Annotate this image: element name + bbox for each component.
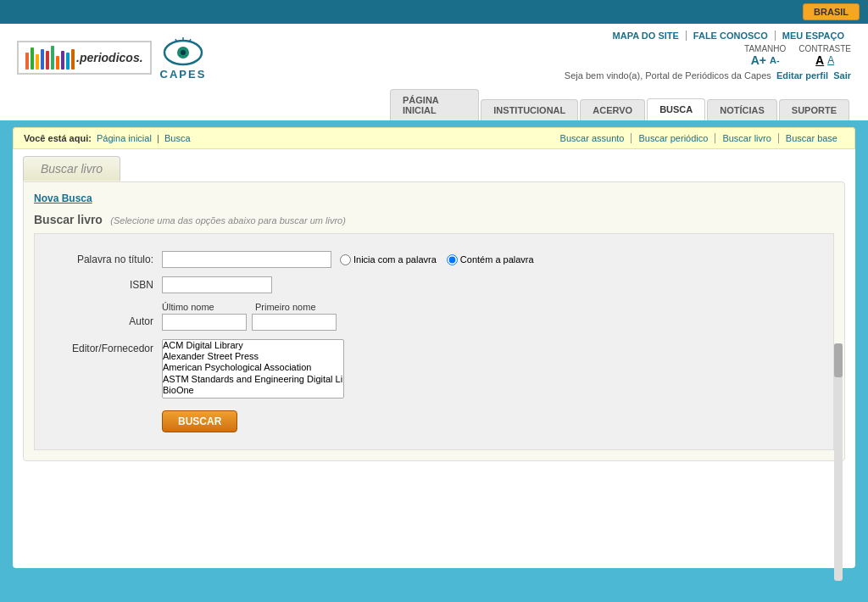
size-section: TAMANHO A+ A- — [744, 44, 786, 67]
stripe-9 — [66, 53, 70, 70]
main-nav: PÁGINA INICIAL INSTITUCIONAL ACERVO BUSC… — [17, 89, 851, 120]
capes-eye-icon — [162, 34, 204, 68]
nav-fale-conosco[interactable]: FALE CONOSCO — [687, 31, 776, 41]
tab-noticias[interactable]: NOTÍCIAS — [707, 99, 777, 120]
stripe-10 — [71, 49, 75, 70]
inner-content: Você está aqui: Página inicial | Busca B… — [13, 127, 855, 568]
editor-select[interactable]: ACM Digital Library Alexander Street Pre… — [162, 339, 344, 399]
contrast-dark[interactable]: A — [815, 53, 824, 67]
content-wrapper: Você está aqui: Página inicial | Busca B… — [0, 120, 868, 575]
logo-stripes — [25, 46, 75, 70]
buscar-button[interactable]: BUSCAR — [162, 410, 237, 432]
tamanho-label: TAMANHO — [744, 44, 786, 53]
nova-busca-link[interactable]: Nova Busca — [34, 192, 834, 204]
tab-pagina-inicial[interactable]: PÁGINA INICIAL — [390, 89, 479, 120]
periodicos-logo: .periodicos. — [17, 41, 152, 75]
editor-option-2[interactable]: American Psychological Association — [163, 362, 343, 373]
header: .periodicos. CAPES MAPA DO SITE — [0, 24, 868, 120]
buscar-assunto-link[interactable]: Buscar assunto — [554, 133, 632, 143]
editor-row: Editor/Fornecedor ACM Digital Library Al… — [52, 339, 816, 399]
capes-text: CAPES — [160, 68, 207, 81]
breadcrumb-separator: | — [157, 133, 159, 143]
ultimo-nome-input[interactable] — [162, 314, 247, 331]
page-tab-title: Buscar livro — [23, 156, 120, 181]
welcome-text: Seja bem vindo(a), Portal de Periódicos … — [565, 70, 771, 81]
top-nav-links: MAPA DO SITE FALE CONOSCO MEU ESPAÇO — [606, 31, 851, 41]
form-main-title: Buscar livro — [34, 213, 103, 226]
editor-label: Editor/Fornecedor — [52, 339, 153, 354]
primeiro-nome-label: Primeiro nome — [255, 302, 340, 312]
stripe-5 — [46, 51, 49, 70]
form-area: Nova Busca Buscar livro (Selecione uma d… — [23, 181, 845, 461]
header-top: .periodicos. CAPES MAPA DO SITE — [17, 31, 851, 89]
form-subtitle: (Selecione uma das opções abaixo para bu… — [110, 215, 346, 226]
breadcrumb-current[interactable]: Busca — [164, 133, 191, 143]
stripe-6 — [51, 46, 54, 70]
contraste-label: CONTRASTE — [798, 44, 851, 53]
palavra-titulo-label: Palavra no título: — [52, 254, 153, 265]
buscar-base-link[interactable]: Buscar base — [779, 133, 844, 143]
contrast-buttons: A A — [815, 53, 834, 67]
scroll-thumb[interactable] — [834, 343, 843, 377]
welcome-bar: Seja bem vindo(a), Portal de Periódicos … — [565, 70, 851, 84]
ultimo-nome-label: Último nome — [162, 302, 247, 312]
stripe-7 — [56, 56, 59, 70]
logo-area: .periodicos. CAPES — [17, 34, 206, 81]
isbn-row: ISBN — [52, 276, 816, 293]
svg-point-2 — [181, 50, 186, 55]
brasil-button[interactable]: BRASIL — [803, 3, 860, 20]
stripe-2 — [31, 47, 34, 70]
radio-inicia-input[interactable] — [340, 254, 351, 265]
radio-contem[interactable]: Contém a palavra — [447, 254, 534, 265]
tab-busca[interactable]: BUSCA — [647, 98, 705, 120]
editor-option-3[interactable]: ASTM Standards and Engineering Digital L… — [163, 374, 343, 385]
stripe-1 — [25, 53, 29, 70]
buscar-periodico-link[interactable]: Buscar periódico — [632, 133, 715, 143]
editar-perfil-link[interactable]: Editar perfil — [776, 70, 828, 81]
capes-logo: CAPES — [160, 34, 207, 81]
breadcrumb-home[interactable]: Página inicial — [97, 133, 152, 143]
buscar-livro-link[interactable]: Buscar livro — [715, 133, 778, 143]
sair-link[interactable]: Sair — [833, 70, 851, 81]
size-minus[interactable]: A- — [770, 55, 780, 65]
top-bar: BRASIL — [0, 0, 868, 24]
editor-option-0[interactable]: ACM Digital Library — [163, 340, 343, 351]
size-plus[interactable]: A+ — [751, 53, 766, 67]
nav-mapa-site[interactable]: MAPA DO SITE — [606, 31, 687, 41]
breadcrumb-right: Buscar assunto Buscar periódico Buscar l… — [554, 133, 844, 143]
nav-meu-espaco[interactable]: MEU ESPAÇO — [776, 31, 851, 41]
stripe-8 — [61, 51, 64, 70]
editor-option-4[interactable]: BioOne — [163, 385, 343, 396]
tab-suporte[interactable]: SUPORTE — [779, 99, 849, 120]
scroll-track[interactable] — [834, 343, 843, 581]
page-tab-area: Buscar livro — [13, 149, 855, 181]
autor-label: Autor — [52, 302, 153, 327]
radio-inicia[interactable]: Inicia com a palavra — [340, 254, 437, 265]
primeiro-nome-input[interactable] — [252, 314, 337, 331]
size-contrast-row: TAMANHO A+ A- CONTRASTE A A — [744, 44, 851, 67]
author-fields — [162, 314, 340, 331]
radio-contem-label: Contém a palavra — [460, 254, 534, 265]
autor-row: Autor Último nome Primeiro nome — [52, 302, 816, 331]
tab-acervo[interactable]: ACERVO — [580, 99, 645, 120]
breadcrumb-left: Você está aqui: Página inicial | Busca — [24, 133, 191, 143]
breadcrumb-bar: Você está aqui: Página inicial | Busca B… — [13, 127, 855, 149]
periodicos-text: .periodicos. — [76, 51, 143, 64]
author-sub-labels: Último nome Primeiro nome — [162, 302, 340, 312]
stripe-3 — [36, 54, 39, 70]
editor-option-1[interactable]: Alexander Street Press — [163, 351, 343, 362]
radio-contem-input[interactable] — [447, 254, 458, 265]
isbn-label: ISBN — [52, 279, 153, 291]
contrast-light[interactable]: A — [827, 54, 834, 66]
isbn-input[interactable] — [162, 276, 272, 293]
author-inputs: Último nome Primeiro nome — [162, 302, 340, 331]
buscar-livro-header: Buscar livro (Selecione uma das opções a… — [34, 213, 834, 226]
radio-inicia-label: Inicia com a palavra — [353, 254, 437, 265]
palavra-titulo-input[interactable] — [162, 251, 331, 268]
tab-institucional[interactable]: INSTITUCIONAL — [481, 99, 578, 120]
palavra-titulo-row: Palavra no título: Inicia com a palavra … — [52, 251, 816, 268]
size-buttons: A+ A- — [751, 53, 780, 67]
search-form-box: Palavra no título: Inicia com a palavra … — [34, 233, 834, 450]
radio-group: Inicia com a palavra Contém a palavra — [340, 254, 534, 265]
voce-esta-label: Você está aqui: — [24, 133, 92, 143]
